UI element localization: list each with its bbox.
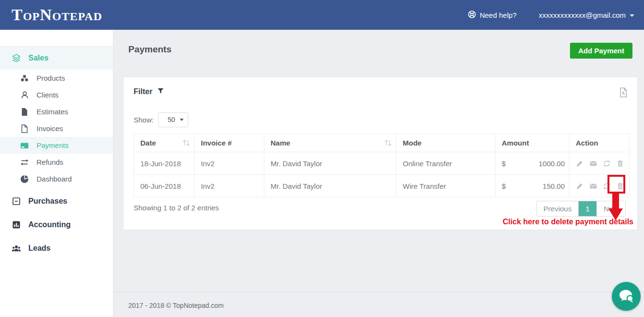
cell-mode: Wire Transfer xyxy=(396,175,495,197)
annotation-text: Click here to delete payment details xyxy=(503,218,633,226)
sort-icon[interactable] xyxy=(384,139,392,148)
delete-trash-icon[interactable] xyxy=(616,182,624,190)
sidebar-item-label: Accounting xyxy=(28,220,71,229)
export-excel-icon[interactable]: X xyxy=(619,87,628,98)
amount-value: 150.00 xyxy=(543,182,565,190)
file-outline-icon xyxy=(20,124,29,134)
sidebar-item-estimates[interactable]: Estimates xyxy=(0,103,113,120)
need-help-label: Need help? xyxy=(480,11,517,19)
sidebar-item-sales[interactable]: Sales xyxy=(0,46,113,70)
chat-widget-button[interactable] xyxy=(612,282,641,311)
refresh-icon[interactable] xyxy=(603,182,611,190)
bar-chart-icon xyxy=(12,220,21,230)
minus-square-icon xyxy=(12,196,21,206)
sidebar-top-spacer xyxy=(0,30,113,46)
currency-symbol: $ xyxy=(502,159,506,168)
filter-toggle[interactable]: Filter xyxy=(134,87,164,97)
cell-amount: $150.00 xyxy=(502,182,569,190)
column-header-amount[interactable]: Amount xyxy=(495,134,570,152)
column-header-mode[interactable]: Mode xyxy=(396,134,495,152)
page-size-select[interactable]: 50 xyxy=(158,112,188,127)
app-logo[interactable]: TopNotepad xyxy=(12,0,102,30)
users-icon xyxy=(12,244,21,253)
current-page-button[interactable]: 1 xyxy=(578,201,597,216)
file-filled-icon xyxy=(20,107,29,117)
column-header-date[interactable]: Date xyxy=(134,134,195,152)
exchange-icon xyxy=(20,158,29,167)
sidebar-item-clients[interactable]: Clients xyxy=(0,86,113,103)
column-header-name[interactable]: Name xyxy=(264,134,396,152)
sidebar-item-products[interactable]: Products xyxy=(0,70,113,86)
sidebar-item-label: Payments xyxy=(37,141,69,149)
page-size-value: 50 xyxy=(168,116,175,123)
sidebar-item-label: Leads xyxy=(28,244,50,253)
sidebar-item-label: Invoices xyxy=(37,124,63,133)
sidebar-item-accounting[interactable]: Accounting xyxy=(0,213,113,236)
sidebar-item-leads[interactable]: Leads xyxy=(0,236,113,260)
cell-date: 18-Jun-2018 xyxy=(134,152,195,175)
email-envelope-icon[interactable] xyxy=(589,182,597,190)
svg-text:X: X xyxy=(622,91,625,96)
sidebar-item-dashboard[interactable]: Dashboard xyxy=(0,171,113,187)
pie-chart-icon xyxy=(20,174,29,184)
layers-icon xyxy=(12,53,21,63)
sidebar: Sales Products Clients Estimates Invoice… xyxy=(0,30,113,317)
sidebar-item-label: Estimates xyxy=(37,108,68,116)
show-entries-row: Show: 50 xyxy=(134,112,188,127)
sidebar-item-label: Clients xyxy=(37,91,59,99)
sidebar-item-label: Dashboard xyxy=(37,175,72,183)
refresh-icon[interactable] xyxy=(603,159,611,168)
sort-icon[interactable] xyxy=(182,139,190,148)
entries-summary: Showing 1 to 2 of 2 entries xyxy=(134,204,219,212)
life-ring-icon xyxy=(468,10,476,20)
next-page-button[interactable]: Next xyxy=(597,201,625,216)
sidebar-item-invoices[interactable]: Invoices xyxy=(0,120,113,137)
cell-name: Mr. David Taylor xyxy=(264,175,396,197)
footer: 2017 - 2018 © TopNotepad.com xyxy=(113,292,644,317)
page-title: Payments xyxy=(128,44,172,55)
sidebar-item-label: Purchases xyxy=(28,197,67,206)
chat-bubbles-icon xyxy=(617,286,636,307)
currency-symbol: $ xyxy=(502,182,506,190)
column-header-action: Action xyxy=(570,134,630,152)
cubes-icon xyxy=(20,73,29,83)
cell-amount: $1000.00 xyxy=(502,159,569,168)
column-header-invoice[interactable]: Invoice # xyxy=(195,134,264,152)
cell-date: 06-Jun-2018 xyxy=(134,175,195,197)
previous-page-button[interactable]: Previous xyxy=(537,201,578,216)
table-row: 06-Jun-2018 Inv2 Mr. David Taylor Wire T… xyxy=(134,175,630,197)
cell-name: Mr. David Taylor xyxy=(264,152,396,175)
payments-panel: Filter X Show: 50 Date Invoice # Name Mo… xyxy=(123,77,638,230)
sidebar-item-refunds[interactable]: Refunds xyxy=(0,154,113,171)
email-envelope-icon[interactable] xyxy=(589,159,597,168)
cell-invoice: Inv2 xyxy=(195,175,264,197)
top-navbar: TopNotepad Need help? xxxxxxxxxxxxx@gmai… xyxy=(0,0,644,30)
cell-actions xyxy=(576,182,629,190)
payments-table: Date Invoice # Name Mode Amount Action 1… xyxy=(134,134,630,197)
sidebar-item-payments[interactable]: Payments xyxy=(0,137,113,154)
amount-value: 1000.00 xyxy=(539,159,565,168)
user-icon xyxy=(20,90,29,100)
account-menu[interactable]: xxxxxxxxxxxxx@gmail.com xyxy=(539,11,634,19)
sidebar-item-label: Sales xyxy=(28,54,49,62)
edit-pencil-icon[interactable] xyxy=(576,159,584,168)
need-help-link[interactable]: Need help? xyxy=(468,10,517,20)
show-label: Show: xyxy=(134,116,154,124)
account-email: xxxxxxxxxxxxx@gmail.com xyxy=(539,11,626,19)
filter-funnel-icon xyxy=(157,87,164,97)
edit-pencil-icon[interactable] xyxy=(576,182,584,190)
select-caret-icon xyxy=(180,119,184,121)
cell-mode: Online Transfer xyxy=(396,152,495,175)
sidebar-item-purchases[interactable]: Purchases xyxy=(0,189,113,213)
chevron-down-icon xyxy=(630,14,634,17)
filter-label: Filter xyxy=(134,87,152,96)
copyright-text: 2017 - 2018 © TopNotepad.com xyxy=(128,302,644,309)
sidebar-item-label: Products xyxy=(37,74,65,82)
add-payment-button[interactable]: Add Payment xyxy=(570,43,632,59)
sidebar-item-label: Refunds xyxy=(37,158,63,166)
navbar-right: Need help? xxxxxxxxxxxxx@gmail.com xyxy=(468,0,634,30)
credit-card-icon xyxy=(20,141,29,150)
delete-trash-icon[interactable] xyxy=(616,159,624,168)
table-row: 18-Jun-2018 Inv2 Mr. David Taylor Online… xyxy=(134,152,630,175)
cell-actions xyxy=(576,159,629,168)
